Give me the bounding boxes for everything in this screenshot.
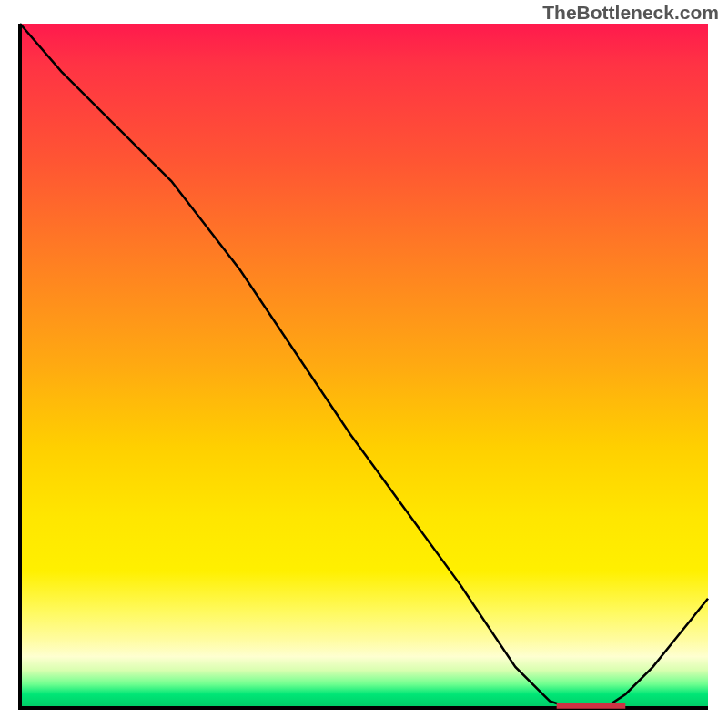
chart-svg [0,0,728,728]
chart-container: TheBottleneck.com [0,0,728,728]
bottleneck-curve [20,24,708,708]
axis-frame [20,24,708,708]
axes [20,24,708,708]
watermark-text: TheBottleneck.com [542,2,719,24]
